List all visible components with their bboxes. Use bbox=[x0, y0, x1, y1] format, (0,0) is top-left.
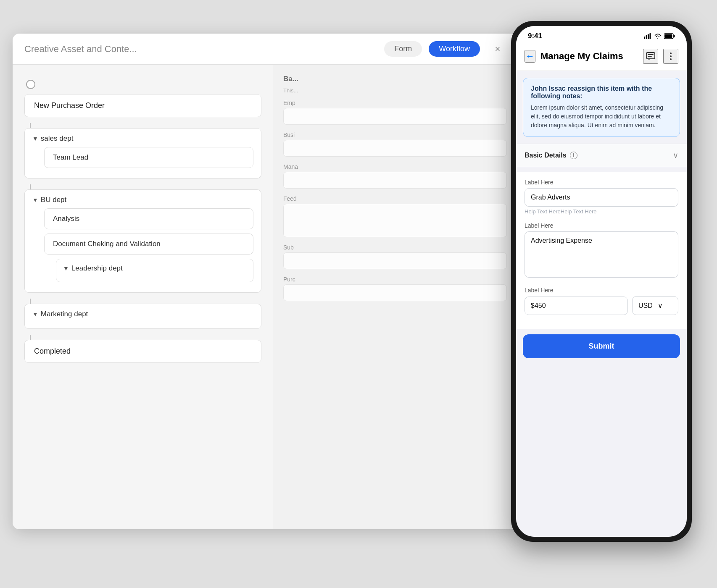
form-description: This... bbox=[283, 87, 507, 94]
connector3 bbox=[30, 299, 31, 304]
tab-form-button[interactable]: Form bbox=[384, 41, 422, 57]
field-amount: Label Here USD ∨ bbox=[525, 287, 678, 315]
svg-rect-7 bbox=[646, 52, 655, 59]
desktop-body: New Purchase Order ▼ sales dept Team Lea… bbox=[13, 65, 517, 529]
marketing-arrow-icon: ▼ bbox=[32, 311, 38, 318]
workflow-root-node[interactable]: New Purchase Order bbox=[24, 94, 261, 117]
status-time: 9:41 bbox=[528, 32, 542, 40]
document-checking-node[interactable]: Document Cheking and Validation bbox=[44, 234, 253, 255]
workflow-panel: New Purchase Order ▼ sales dept Team Lea… bbox=[13, 65, 273, 529]
form-section-title: Ba... bbox=[283, 75, 507, 83]
field2-label: Label Here bbox=[525, 222, 678, 229]
status-icons bbox=[644, 33, 675, 39]
basic-details-section: Basic Details i ∨ bbox=[516, 144, 687, 167]
field1-help: Help Text HereHelp Text Here bbox=[525, 208, 678, 215]
mana-field: Mana bbox=[283, 163, 507, 189]
leadership-arrow-icon: ▼ bbox=[63, 265, 69, 272]
tab-workflow-button[interactable]: Workflow bbox=[429, 41, 480, 57]
workflow-child-sales: Team Lead bbox=[44, 147, 253, 168]
status-bar: 9:41 bbox=[516, 26, 687, 44]
team-lead-node[interactable]: Team Lead bbox=[44, 147, 253, 168]
comment-icon bbox=[646, 51, 656, 61]
currency-row: USD ∨ bbox=[525, 296, 678, 315]
field-grab-adverts: Label Here Help Text HereHelp Text Here bbox=[525, 179, 678, 215]
desktop-window: Creative Asset and Conte... Form Workflo… bbox=[13, 34, 517, 529]
svg-point-8 bbox=[670, 52, 672, 54]
mobile-page-title: Manage My Claims bbox=[540, 51, 638, 62]
comment-button[interactable] bbox=[643, 49, 658, 64]
svg-rect-1 bbox=[646, 35, 647, 39]
signal-icon bbox=[644, 33, 651, 39]
connector4 bbox=[30, 335, 31, 340]
form-panel: Ba... This... Emp Busi Mana Feed Sub bbox=[273, 65, 517, 529]
more-icon bbox=[666, 51, 676, 61]
svg-point-9 bbox=[670, 55, 672, 57]
svg-point-10 bbox=[670, 58, 672, 60]
svg-rect-0 bbox=[644, 37, 645, 39]
chevron-down-icon: ∨ bbox=[673, 151, 678, 160]
workflow-group-marketing-label: ▼ Marketing dept bbox=[32, 310, 253, 318]
analysis-node[interactable]: Analysis bbox=[44, 208, 253, 229]
svg-rect-3 bbox=[650, 33, 651, 39]
completed-node[interactable]: Completed bbox=[24, 340, 261, 363]
bu-arrow-icon: ▼ bbox=[32, 197, 38, 203]
amount-input[interactable] bbox=[525, 297, 628, 315]
busi-field: Busi bbox=[283, 131, 507, 157]
wifi-icon bbox=[654, 33, 662, 39]
battery-icon bbox=[664, 33, 675, 39]
mobile-screen: 9:41 bbox=[516, 26, 687, 537]
workflow-group-sales: ▼ sales dept Team Lead bbox=[24, 128, 261, 178]
basic-details-header[interactable]: Basic Details i ∨ bbox=[516, 144, 687, 167]
workflow-start-node bbox=[26, 80, 35, 89]
connector bbox=[30, 123, 31, 128]
workflow-group-bu-label: ▼ BU dept bbox=[32, 196, 253, 204]
form-fields-section: Label Here Help Text HereHelp Text Here … bbox=[516, 172, 687, 329]
desktop-header: Creative Asset and Conte... Form Workflo… bbox=[13, 34, 517, 65]
mobile-content: John Issac reassign this item with the f… bbox=[516, 71, 687, 537]
close-button[interactable]: × bbox=[490, 42, 505, 57]
field1-input[interactable] bbox=[525, 188, 678, 207]
svg-rect-2 bbox=[648, 34, 649, 39]
svg-rect-6 bbox=[674, 35, 675, 37]
workflow-child-bu: Analysis Document Cheking and Validation… bbox=[44, 208, 253, 282]
currency-selector[interactable]: USD ∨ bbox=[632, 296, 678, 315]
workflow-group-bu: ▼ BU dept Analysis Document Cheking and … bbox=[24, 189, 261, 293]
field3-label: Label Here bbox=[525, 287, 678, 294]
sales-arrow-icon: ▼ bbox=[32, 135, 38, 142]
workflow-group-sales-label: ▼ sales dept bbox=[32, 134, 253, 143]
svg-rect-5 bbox=[665, 34, 672, 38]
reassign-banner: John Issac reassign this item with the f… bbox=[523, 78, 680, 137]
feed-field: Feed bbox=[283, 195, 507, 237]
workflow-group-marketing: ▼ Marketing dept bbox=[24, 304, 261, 329]
reassign-banner-body: Lorem ipsum dolor sit amet, consectetur … bbox=[531, 103, 672, 130]
info-icon: i bbox=[570, 152, 577, 159]
submit-button[interactable]: Submit bbox=[523, 334, 680, 358]
mobile-app-header: ← Manage My Claims bbox=[516, 44, 687, 71]
reassign-banner-title: John Issac reassign this item with the f… bbox=[531, 85, 672, 100]
leadership-label: ▼ Leadership dept bbox=[63, 264, 246, 273]
basic-details-label: Basic Details i bbox=[525, 152, 577, 159]
back-button[interactable]: ← bbox=[525, 50, 535, 63]
field-advertising-expense: Label Here Advertising Expense bbox=[525, 222, 678, 279]
field2-textarea[interactable]: Advertising Expense bbox=[525, 231, 678, 278]
mobile-phone: 9:41 bbox=[511, 21, 692, 542]
currency-chevron-icon: ∨ bbox=[658, 302, 663, 310]
field1-label: Label Here bbox=[525, 179, 678, 186]
more-options-button[interactable] bbox=[663, 49, 678, 64]
subm-field: Sub bbox=[283, 244, 507, 269]
connector2 bbox=[30, 184, 31, 189]
workflow-subgroup-leadership: ▼ Leadership dept bbox=[56, 259, 253, 282]
desktop-title: Creative Asset and Conte... bbox=[24, 44, 377, 55]
purc-field: Purc bbox=[283, 276, 507, 301]
emp-field: Emp bbox=[283, 100, 507, 125]
